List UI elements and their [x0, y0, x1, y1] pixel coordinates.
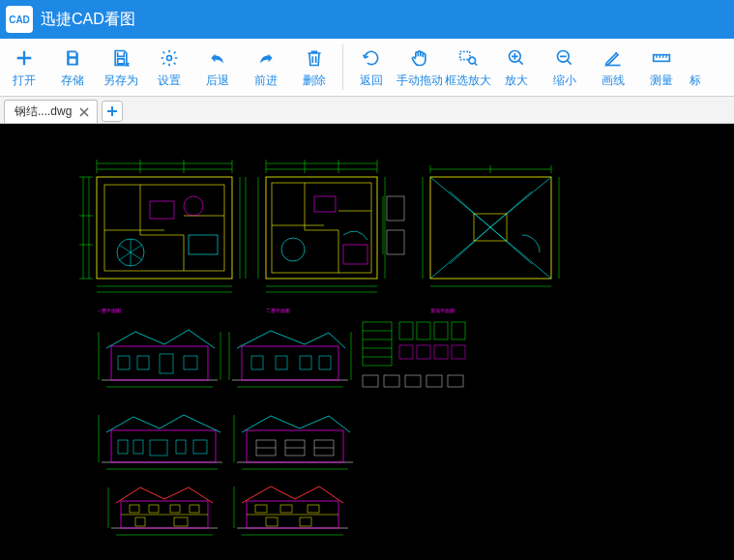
svg-text:一层平面图: 一层平面图 [97, 308, 121, 313]
svg-point-0 [167, 56, 172, 61]
svg-text:屋顶平面图: 屋顶平面图 [430, 308, 455, 313]
toolbar-separator [342, 44, 343, 90]
zoomout-label: 缩小 [553, 73, 576, 89]
more-button[interactable]: 标 [686, 39, 705, 96]
forward-label: 前进 [254, 73, 278, 89]
back-label: 后退 [206, 73, 229, 89]
pan-button[interactable]: 手动拖动 [396, 39, 444, 96]
svg-rect-12 [189, 235, 218, 254]
app-title: 迅捷CAD看图 [41, 10, 135, 30]
delete-label: 删除 [303, 73, 326, 89]
svg-rect-120 [190, 505, 199, 513]
svg-rect-33 [314, 196, 336, 212]
svg-point-32 [281, 238, 305, 261]
gear-icon [160, 45, 179, 71]
svg-rect-88 [434, 345, 448, 359]
svg-rect-92 [405, 375, 421, 387]
svg-rect-47 [387, 230, 404, 254]
svg-rect-132 [300, 517, 311, 526]
svg-rect-5 [654, 55, 670, 62]
svg-rect-71 [276, 356, 287, 369]
svg-rect-11 [150, 201, 174, 219]
svg-point-2 [469, 57, 476, 64]
zoom-out-icon [555, 45, 574, 71]
document-tab[interactable]: 钢结....dwg [4, 100, 98, 123]
settings-button[interactable]: 设置 [145, 39, 193, 96]
return-icon [361, 45, 382, 71]
drawline-label: 画线 [602, 73, 625, 89]
zoom-in-icon [507, 45, 526, 71]
svg-rect-86 [399, 345, 413, 359]
drawing-canvas[interactable]: 一层平面图 二层平面图 [0, 124, 734, 560]
svg-text:二层平面图: 二层平面图 [266, 308, 290, 313]
svg-rect-99 [150, 440, 167, 456]
svg-rect-72 [300, 356, 311, 369]
svg-rect-93 [426, 375, 442, 387]
svg-rect-70 [251, 356, 263, 369]
add-tab-button[interactable] [102, 101, 123, 122]
toolbar: 打开 存储 另存为 设置 后退 前进 删除 返回 [0, 39, 734, 97]
plus-icon [14, 45, 35, 71]
svg-rect-85 [452, 322, 465, 339]
zoomout-button[interactable]: 缩小 [541, 39, 589, 96]
svg-rect-34 [343, 245, 367, 264]
svg-rect-91 [384, 375, 399, 387]
save-button[interactable]: 存储 [48, 39, 97, 96]
cad-drawing: 一层平面图 二层平面图 [0, 124, 734, 560]
close-icon [79, 107, 89, 117]
delete-button[interactable]: 删除 [290, 39, 338, 96]
forward-button[interactable]: 前进 [242, 39, 290, 96]
svg-rect-82 [399, 322, 413, 339]
svg-rect-73 [319, 356, 331, 369]
svg-rect-1 [460, 51, 470, 59]
svg-rect-46 [387, 196, 404, 221]
zoomwindow-button[interactable]: 框选放大 [444, 39, 492, 96]
app-logo: CAD [6, 6, 33, 33]
svg-rect-90 [363, 375, 378, 387]
svg-rect-119 [170, 505, 180, 513]
saveas-icon [111, 45, 131, 71]
svg-rect-63 [160, 354, 173, 373]
zoomin-button[interactable]: 放大 [492, 39, 541, 96]
trash-icon [305, 45, 324, 71]
open-button[interactable]: 打开 [0, 39, 48, 96]
svg-rect-105 [247, 430, 343, 462]
tab-strip: 钢结....dwg [0, 97, 734, 124]
back-button[interactable]: 后退 [193, 39, 242, 96]
svg-rect-64 [184, 356, 197, 369]
svg-rect-94 [448, 375, 463, 387]
svg-rect-121 [135, 517, 145, 526]
pencil-icon [603, 45, 623, 71]
plus-icon [106, 105, 118, 117]
saveas-label: 另存为 [103, 73, 138, 89]
hand-icon [410, 45, 429, 71]
svg-rect-87 [417, 345, 430, 359]
return-label: 返回 [360, 73, 383, 89]
more-label: 标 [690, 73, 701, 89]
tab-close-button[interactable] [77, 105, 91, 119]
saveas-button[interactable]: 另存为 [97, 39, 145, 96]
settings-label: 设置 [158, 73, 181, 89]
svg-rect-101 [193, 440, 207, 454]
svg-point-10 [184, 196, 203, 216]
measure-button[interactable]: 测量 [637, 39, 686, 96]
svg-rect-83 [417, 322, 430, 339]
svg-rect-100 [176, 440, 186, 454]
zoomin-label: 放大 [505, 73, 528, 89]
return-button[interactable]: 返回 [347, 39, 396, 96]
svg-rect-129 [280, 505, 292, 513]
svg-rect-118 [149, 505, 159, 513]
svg-rect-96 [111, 430, 216, 462]
svg-rect-130 [308, 505, 319, 513]
svg-rect-62 [137, 356, 149, 369]
svg-rect-117 [130, 505, 139, 513]
open-label: 打开 [13, 73, 36, 89]
svg-rect-122 [174, 517, 188, 526]
toolbar-group-file: 打开 存储 另存为 设置 后退 前进 删除 [0, 39, 338, 96]
undo-icon [207, 45, 228, 71]
ruler-icon [651, 45, 672, 71]
svg-rect-7 [97, 177, 232, 279]
drawline-button[interactable]: 画线 [589, 39, 637, 96]
tab-label: 钢结....dwg [15, 103, 72, 120]
svg-rect-61 [118, 356, 130, 369]
